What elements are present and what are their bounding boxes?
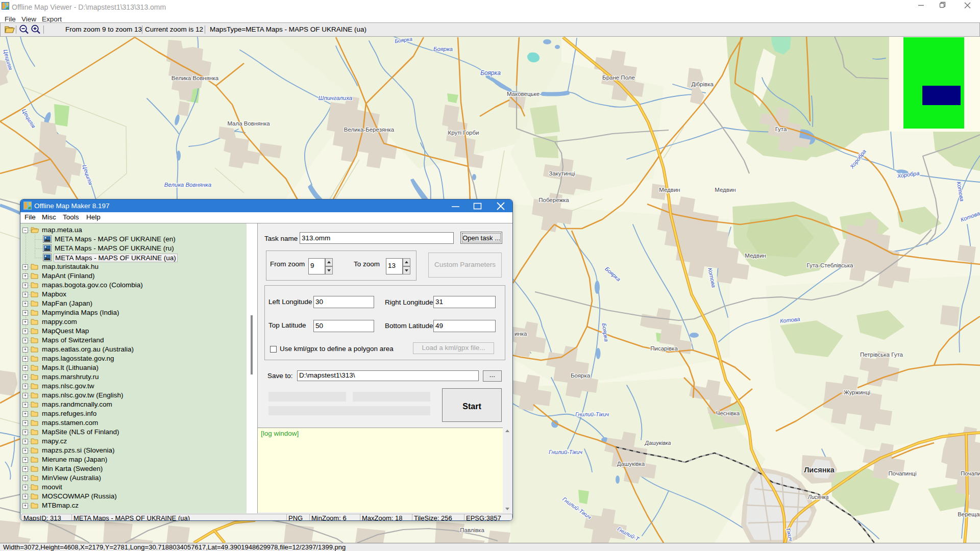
svg-text:Писарівка: Писарівка [650, 345, 678, 352]
svg-text:Бране Поле: Бране Поле [602, 74, 635, 81]
svg-text:Маковецьке: Маковецьке [507, 91, 540, 97]
svg-text:Велика-Березянка: Велика-Березянка [344, 127, 395, 133]
svg-text:Медвин: Медвин [659, 187, 680, 193]
svg-text:Журжинці: Журжинці [844, 389, 870, 395]
svg-text:Круті Горби: Круті Горби [448, 130, 479, 136]
svg-text:Павлівка: Павлівка [460, 527, 484, 533]
svg-text:Гнилий-Тікич: Гнилий-Тікич [549, 449, 582, 455]
svg-text:Дашуківка: Дашуківка [645, 440, 671, 446]
svg-text:Мала Вовнянка: Мала Вовнянка [227, 120, 270, 127]
svg-text:Гута: Гута [775, 126, 787, 132]
svg-text:Боярка: Боярка [433, 46, 453, 52]
svg-text:инка: инка [514, 331, 527, 337]
svg-text:Шпингалиха: Шпингалиха [318, 95, 352, 101]
svg-text:Чеснівка: Чеснівка [716, 410, 740, 416]
svg-text:Закутинці: Закутинці [549, 170, 575, 177]
svg-text:Побережка: Побережка [538, 197, 569, 203]
svg-text:Лисянка: Лисянка [804, 466, 835, 474]
svg-text:Велика Вовнянка: Велика Вовнянка [164, 182, 211, 188]
svg-text:Петрівська Гута: Петрівська Гута [860, 352, 903, 358]
svg-text:Медвин: Медвин [745, 253, 766, 259]
svg-text:Боярка: Боярка [571, 372, 591, 379]
svg-text:Лисянка: Лисянка [807, 494, 829, 500]
svg-text:Гута-Стеблівська: Гута-Стеблівська [806, 262, 853, 268]
svg-text:Дібрівка: Дібрівка [691, 81, 714, 87]
svg-text:Почапин: Почапин [961, 470, 980, 477]
svg-text:Почапинці: Почапинці [889, 470, 917, 477]
svg-text:Дашуківка: Дашуківка [617, 461, 645, 467]
svg-text:Медвин: Медвин [715, 187, 736, 193]
svg-text:Гнилий-Тікич: Гнилий-Тікич [575, 411, 609, 417]
svg-text:Боярка: Боярка [480, 69, 501, 77]
svg-text:Верещак: Верещак [958, 511, 980, 517]
svg-text:Велика Вовнянка: Велика Вовнянка [172, 75, 219, 81]
